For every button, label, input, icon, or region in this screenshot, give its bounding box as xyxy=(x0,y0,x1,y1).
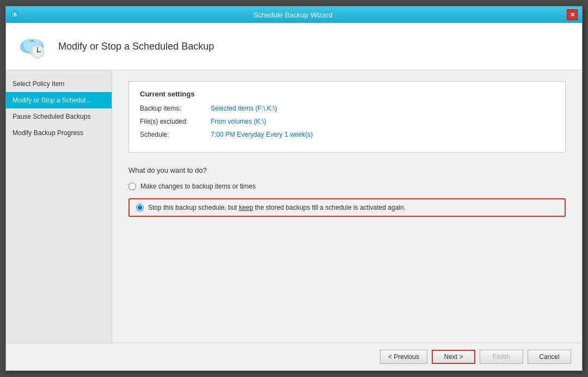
svg-point-9 xyxy=(37,51,39,53)
backup-items-value: Selected items (F:\,K:\) xyxy=(211,105,277,112)
cancel-button[interactable]: Cancel xyxy=(528,350,571,364)
files-excluded-label: File(s) excluded: xyxy=(140,118,211,125)
sidebar-item-pause-scheduled[interactable]: Pause Scheduled Backups xyxy=(6,108,112,125)
files-excluded-value: From volumes (K:\) xyxy=(211,118,266,125)
current-settings-box: Current settings Backup items: Selected … xyxy=(128,81,566,153)
sidebar: Select Policy Item Modify or Stop a Sche… xyxy=(6,70,112,343)
stop-label-suffix: the stored backups till a schedule is ac… xyxy=(253,204,406,211)
footer-area: < Previous Next > Finish Cancel xyxy=(6,343,582,370)
schedule-value: 7:00 PM Everyday Every 1 week(s) xyxy=(211,131,313,138)
make-changes-label[interactable]: Make changes to backup items or times xyxy=(140,183,255,190)
finish-button[interactable]: Finish xyxy=(480,350,523,364)
sidebar-item-modify-backup[interactable]: Modify Backup Progress xyxy=(6,125,112,141)
stop-label-prefix: Stop this backup schedule, but xyxy=(148,204,239,211)
stop-label-underline: keep xyxy=(239,204,253,211)
page-title: Modify or Stop a Scheduled Backup xyxy=(58,41,214,52)
main-window: Schedule Backup Wizard ✕ Modify or Stop … xyxy=(5,6,583,371)
make-changes-radio[interactable] xyxy=(128,183,136,190)
current-settings-title: Current settings xyxy=(140,90,554,98)
backup-icon xyxy=(17,31,47,62)
sidebar-item-select-policy[interactable]: Select Policy Item xyxy=(6,76,112,92)
radio-option-make-changes: Make changes to backup items or times xyxy=(128,183,566,190)
main-content-area: Current settings Backup items: Selected … xyxy=(112,70,582,343)
window-title: Schedule Backup Wizard xyxy=(19,11,567,19)
title-bar: Schedule Backup Wizard ✕ xyxy=(6,7,582,23)
next-button[interactable]: Next > xyxy=(432,350,475,364)
stop-schedule-label[interactable]: Stop this backup schedule, but keep the … xyxy=(148,204,406,211)
setting-row-backup-items: Backup items: Selected items (F:\,K:\) xyxy=(140,105,554,112)
header-area: Modify or Stop a Scheduled Backup xyxy=(6,23,582,70)
stop-schedule-radio[interactable] xyxy=(136,204,144,211)
what-todo-section: What do you want to do? Make changes to … xyxy=(128,166,566,217)
close-button[interactable]: ✕ xyxy=(567,9,578,20)
radio-option-stop-schedule: Stop this backup schedule, but keep the … xyxy=(128,198,566,217)
previous-button[interactable]: < Previous xyxy=(380,350,427,364)
what-todo-title: What do you want to do? xyxy=(128,166,566,174)
sidebar-item-modify-or-stop[interactable]: Modify or Stop a Schedul... xyxy=(6,92,112,108)
schedule-label: Schedule: xyxy=(140,131,211,138)
setting-row-schedule: Schedule: 7:00 PM Everyday Every 1 week(… xyxy=(140,131,554,138)
app-icon xyxy=(10,10,19,19)
content-area: Select Policy Item Modify or Stop a Sche… xyxy=(6,70,582,343)
backup-items-label: Backup items: xyxy=(140,105,211,112)
setting-row-files-excluded: File(s) excluded: From volumes (K:\) xyxy=(140,118,554,125)
